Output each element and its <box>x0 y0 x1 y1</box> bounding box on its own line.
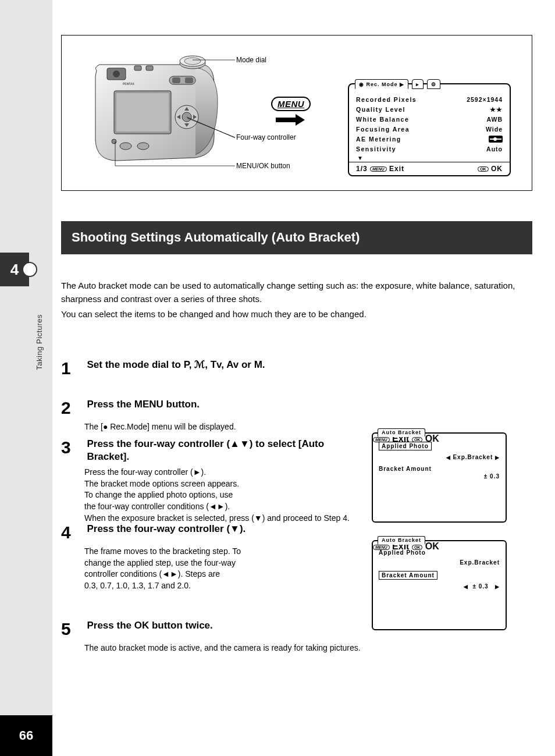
tab-playback: ▸ <box>412 79 424 89</box>
page-number: 66 <box>0 715 52 756</box>
page-indicator: 1/3 <box>356 165 368 173</box>
intro-p1: The Auto bracket mode can be used to aut… <box>61 279 532 306</box>
tab-rec-mode-label: Rec. Mode <box>367 81 398 87</box>
left-arrow-icon: ◀ <box>464 584 468 590</box>
row-value <box>489 134 503 144</box>
step-body: The frame moves to the bracketing step. … <box>84 546 375 591</box>
applied-photo-selected: Applied Photo <box>379 442 432 450</box>
lcd-tab-label: Auto Bracket <box>378 536 425 545</box>
step-value: ± 0.3 <box>472 583 488 590</box>
lcd-footer: 1/3 MENU Exit OK OK <box>349 162 510 175</box>
figure-box: PENTAX Mode dial Four-way controller MEN… <box>61 35 532 191</box>
step-heading: Press the OK button twice. <box>87 619 366 632</box>
bracket-amount-label: Bracket Amount <box>379 466 500 472</box>
arrow-right-icon <box>276 114 305 126</box>
ok-button-icon: OK <box>478 166 489 172</box>
step-3: 3 Press the four-way controller (▲▼) to … <box>61 438 375 524</box>
camera-icon: ◉ <box>359 81 364 87</box>
callout-menu-ok: MENU/OK button <box>236 162 290 170</box>
row-label: White Balance <box>356 115 409 125</box>
lcd-rec-menu: ◉ Rec. Mode ▶ ▸ ⚙ Recorded Pixels2592×19… <box>348 83 511 176</box>
right-arrow-icon: ▶ <box>495 584 500 590</box>
exp-bracket-value: Exp.Bracket <box>453 454 493 460</box>
left-margin <box>0 0 52 756</box>
row-value: Auto <box>486 144 503 154</box>
lcd-bracket-2: Auto Bracket Applied Photo Exp.Bracket B… <box>372 540 507 630</box>
row-label: Focusing Area <box>356 125 410 134</box>
lcd-body: Recorded Pixels2592×1944 Quality Level★★… <box>356 95 503 154</box>
step-value: ± 0.3 <box>379 472 500 481</box>
bracket-amount-selected: Bracket Amount <box>379 571 437 580</box>
step-2: 2 Press the MENU button. The [● Rec.Mode… <box>61 398 375 433</box>
row-label: AE Metering <box>356 134 401 144</box>
step-body: Press the four-way controller (►). The b… <box>84 467 375 524</box>
right-arrow-icon: ▶ <box>495 455 500 460</box>
row-label: Quality Level <box>356 105 405 115</box>
tab-setup: ⚙ <box>427 79 440 89</box>
step-heading: Press the four-way controller (▲▼) to se… <box>87 438 366 463</box>
row-value: Wide <box>486 125 503 134</box>
ok-label: OK <box>491 165 503 173</box>
step-number: 3 <box>61 438 84 457</box>
row-value: AWB <box>487 115 503 125</box>
lcd-body: Applied Photo Exp.Bracket Bracket Amount… <box>379 549 500 591</box>
step-number: 2 <box>61 398 84 418</box>
step-body: The [● Rec.Mode] menu will be displayed. <box>84 421 375 433</box>
step-number: 1 <box>61 359 84 378</box>
step-4: 4 Press the four-way controller (▼). The… <box>61 523 375 591</box>
exp-bracket-value: Exp.Bracket <box>379 558 500 567</box>
applied-photo-label: Applied Photo <box>379 549 500 556</box>
callout-four-way: Four-way controller <box>236 133 296 141</box>
left-arrow-icon: ◀ <box>446 455 451 460</box>
lcd-body: Applied Photo ◀ Exp.Bracket ▶ Bracket Am… <box>379 442 500 481</box>
setup-icon: ⚙ <box>431 81 436 87</box>
meter-icon <box>489 136 503 143</box>
row-label: Recorded Pixels <box>356 95 417 105</box>
intro-p2: You can select the items to be changed a… <box>61 308 532 321</box>
lcd-tab-label: Auto Bracket <box>378 428 425 437</box>
side-label: Taking Pictures <box>35 314 44 370</box>
step-heading: Set the mode dial to P, ℳ, Tv, Av or M. <box>87 359 366 371</box>
menu-button-graphic: MENU <box>271 97 311 111</box>
menu-button-icon: MENU <box>370 166 387 172</box>
lcd-tabs: ◉ Rec. Mode ▶ ▸ ⚙ <box>355 79 440 89</box>
tab-rec-mode: ◉ Rec. Mode ▶ <box>355 79 408 89</box>
tab-arrow-icon: ▶ <box>400 81 404 87</box>
row-label: Sensitivity <box>356 144 396 154</box>
step-number: 4 <box>61 523 84 542</box>
intro-text: The Auto bracket mode can be used to aut… <box>61 279 532 324</box>
scroll-down-icon: ▼ <box>357 155 364 161</box>
step-5: 5 Press the OK button twice. The auto br… <box>61 619 375 654</box>
step-heading: Press the four-way controller (▼). <box>87 523 366 535</box>
callout-mode-dial: Mode dial <box>236 56 266 64</box>
row-value: 2592×1944 <box>467 95 503 105</box>
playback-icon: ▸ <box>416 81 419 87</box>
step-1: 1 Set the mode dial to P, ℳ, Tv, Av or M… <box>61 359 375 378</box>
step-number: 5 <box>61 619 84 639</box>
step-body: The auto bracket mode is active, and the… <box>84 643 375 654</box>
svg-line-21 <box>187 117 235 138</box>
lcd-bracket-1: Auto Bracket Applied Photo ◀ Exp.Bracket… <box>372 432 507 523</box>
step-heading: Press the MENU button. <box>87 398 366 411</box>
exit-label: Exit <box>389 165 404 173</box>
row-value: ★★ <box>490 105 503 115</box>
section-heading: Shooting Settings Automatically (Auto Br… <box>61 221 532 254</box>
tab-notch <box>22 262 37 277</box>
